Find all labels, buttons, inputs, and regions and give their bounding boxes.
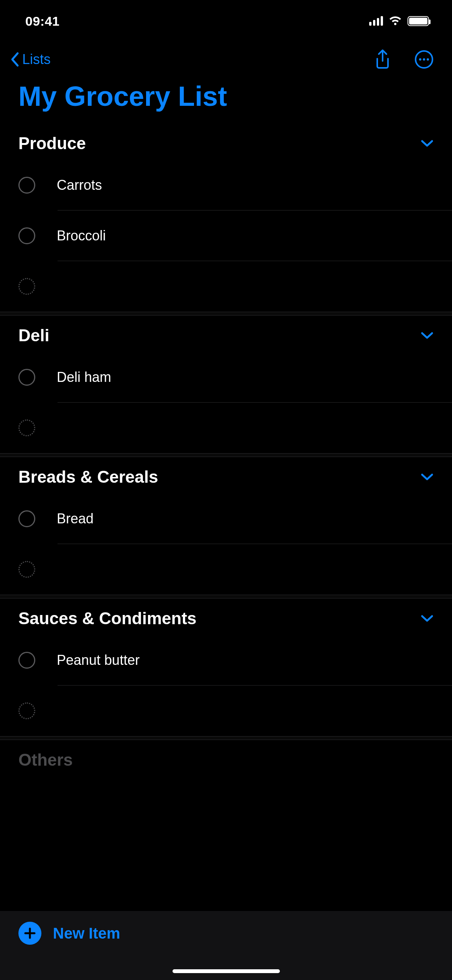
chevron-down-icon — [421, 472, 434, 482]
section-breads: Breads & Cereals Bread — [0, 457, 452, 595]
svg-point-3 — [427, 58, 429, 61]
section-title: Sauces & Condiments — [18, 609, 197, 628]
battery-icon — [408, 16, 429, 26]
section-title: Others — [18, 750, 73, 770]
section-title: Deli — [18, 326, 49, 345]
item-label: Broccoli — [57, 228, 106, 244]
section-header[interactable]: Sauces & Condiments — [0, 599, 452, 635]
chevron-down-icon — [421, 139, 434, 148]
add-circle-icon[interactable] — [18, 419, 35, 436]
list-item[interactable]: Bread — [0, 493, 452, 544]
add-item-row[interactable] — [0, 686, 452, 736]
new-item-button[interactable]: New Item — [18, 922, 120, 945]
grocery-list: Produce Carrots Broccoli Deli — [0, 123, 452, 776]
more-button[interactable] — [414, 50, 434, 69]
list-item[interactable]: Deli ham — [0, 352, 452, 403]
list-item[interactable]: Broccoli — [0, 210, 452, 261]
cellular-icon — [369, 16, 383, 26]
status-indicators — [369, 16, 429, 26]
back-button[interactable]: Lists — [9, 51, 51, 67]
add-circle-icon[interactable] — [18, 278, 35, 295]
chevron-left-icon — [9, 52, 21, 67]
section-header[interactable]: Breads & Cereals — [0, 457, 452, 493]
bottom-toolbar: New Item — [0, 911, 452, 980]
checkbox-circle-icon[interactable] — [18, 652, 35, 669]
checkbox-circle-icon[interactable] — [18, 369, 35, 386]
section-produce: Produce Carrots Broccoli — [0, 123, 452, 312]
section-header[interactable]: Produce — [0, 124, 452, 160]
back-label: Lists — [22, 51, 51, 67]
section-sauces: Sauces & Condiments Peanut butter — [0, 599, 452, 736]
list-item[interactable]: Carrots — [0, 160, 452, 210]
add-item-row[interactable] — [0, 544, 452, 595]
page-title: My Grocery List — [0, 77, 452, 123]
checkbox-circle-icon[interactable] — [18, 177, 35, 194]
section-title: Produce — [18, 134, 86, 153]
section-deli: Deli Deli ham — [0, 316, 452, 453]
section-title: Breads & Cereals — [18, 467, 158, 487]
item-label: Deli ham — [57, 369, 111, 385]
status-time: 09:41 — [25, 14, 59, 29]
chevron-down-icon — [421, 614, 434, 623]
svg-point-1 — [419, 58, 421, 61]
list-item[interactable]: Peanut butter — [0, 635, 452, 686]
chevron-down-icon — [421, 331, 434, 340]
add-circle-icon[interactable] — [18, 702, 35, 719]
nav-bar: Lists — [0, 42, 452, 77]
add-item-row[interactable] — [0, 261, 452, 312]
plus-icon — [18, 922, 41, 945]
wifi-icon — [388, 16, 402, 26]
item-label: Carrots — [57, 177, 102, 193]
svg-point-2 — [423, 58, 425, 61]
share-button[interactable] — [374, 49, 391, 70]
checkbox-circle-icon[interactable] — [18, 227, 35, 244]
item-label: Peanut butter — [57, 652, 140, 668]
home-indicator[interactable] — [173, 969, 280, 973]
section-header[interactable]: Deli — [0, 316, 452, 352]
add-circle-icon[interactable] — [18, 561, 35, 578]
status-bar: 09:41 — [0, 0, 452, 42]
new-item-label: New Item — [53, 925, 120, 942]
add-item-row[interactable] — [0, 403, 452, 453]
item-label: Bread — [57, 511, 94, 527]
section-others: Others — [0, 740, 452, 776]
checkbox-circle-icon[interactable] — [18, 510, 35, 527]
section-header[interactable]: Others — [0, 740, 452, 776]
